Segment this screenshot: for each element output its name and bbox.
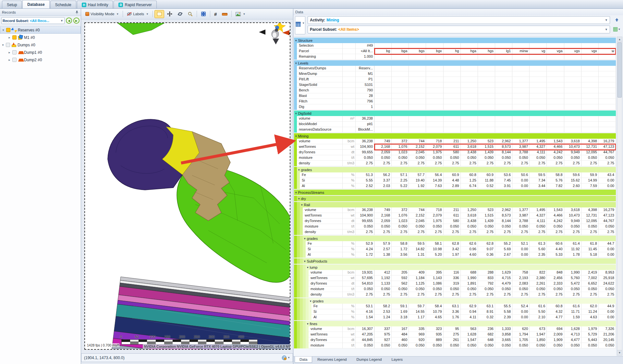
grid-row[interactable]: moisturet/t0.0500.0500.0500.0500.0500.05… [294, 343, 616, 348]
grid-row[interactable]: dryTonnesdt99,6552,0591,0232,0451,975580… [294, 150, 616, 155]
grid-section-header[interactable]: ▾dry [294, 196, 616, 201]
grid-row[interactable]: Al%1.541.243.181.174.651.764.110.322.390… [294, 315, 616, 320]
viewport-3d[interactable]: x 050100150200250300350400 1428 fps | 0.… [84, 22, 290, 350]
grid-row[interactable]: moisturet/t0.0500.0500.0500.0500.0500.05… [294, 224, 616, 229]
collapse-icon[interactable]: ▾ [295, 62, 297, 65]
section-header-bar[interactable]: ▾SubProducts [303, 258, 616, 264]
grid-row[interactable]: Si%4.162.531.6914.5510.793.360.948.915.5… [294, 309, 616, 315]
grid-row[interactable]: volumem³36,238 [294, 116, 616, 122]
pan-tool[interactable] [165, 10, 175, 18]
grid-section-header[interactable]: ▾grades [294, 298, 616, 304]
next-record-button[interactable]: ▶ [73, 18, 79, 24]
visibility-mode-button[interactable]: Visibility Mode ▼ [83, 10, 121, 18]
grid-row[interactable]: volumebcm16,307337167335323955632361,333… [294, 326, 616, 332]
tab-database[interactable]: Database [22, 0, 49, 8]
globe-icon[interactable] [282, 355, 287, 360]
tab-data[interactable]: Data [295, 357, 312, 363]
grid-row[interactable]: Fe%53.158.259.159.758.463.162.963.155.55… [294, 304, 616, 309]
grid-row[interactable]: volumebcm36,2387493727447182111,2505232,… [294, 139, 616, 144]
grid-row[interactable]: Al%1.721.383.561.315.201.974.600.362.670… [294, 252, 616, 258]
pin-icon[interactable] [75, 10, 79, 14]
expander-icon[interactable]: ▸ [8, 36, 11, 39]
tab-schedule[interactable]: Schedule [50, 1, 76, 8]
tab-layers[interactable]: Layers [387, 357, 407, 362]
grid-row[interactable]: dryTonnesdt54,8101,1335621,1251,0863191,… [294, 281, 616, 287]
grid-row[interactable]: Fe%51.356.257.157.756.460.960.860.953.65… [294, 172, 616, 178]
select-rectangle-tool[interactable] [154, 10, 164, 18]
parcel-subset-dropdown[interactable]: Parcel Subset: <All Items> ▼ [308, 26, 610, 33]
scrollbar-thumb[interactable] [617, 42, 622, 98]
grid-row[interactable]: wetTonneswt57,6951,1925921,1841,1433361,… [294, 276, 616, 281]
section-header-bar[interactable]: ▾grades [309, 298, 616, 304]
grid-section-header[interactable]: ▾fines [294, 321, 616, 326]
collapse-icon[interactable]: ▾ [304, 237, 306, 240]
collapse-icon[interactable]: ▾ [295, 135, 297, 138]
grid-row[interactable]: densityt/m32.752.752.752.752.752.752.752… [294, 229, 616, 235]
grid-row[interactable]: volumebcm36,2387493727447182111,2505232,… [294, 207, 616, 213]
grid-row[interactable]: wetTonneswt47,2059754849699352751,628682… [294, 332, 616, 337]
section-header-bar[interactable]: ▾Structure [294, 38, 616, 43]
section-header-bar[interactable]: ▾grades [303, 236, 616, 241]
grid-section-header[interactable]: ▾lump [294, 264, 616, 270]
collapse-icon[interactable]: ▾ [301, 203, 303, 206]
scroll-down-button[interactable]: ▼ [617, 350, 622, 355]
grid-toggle-button[interactable]: # [212, 10, 219, 18]
section-header-bar[interactable]: ▾grades [297, 167, 616, 172]
expander-icon[interactable]: ▾ [1, 43, 5, 47]
section-header-bar[interactable]: ▾fines [306, 321, 616, 326]
grid-row[interactable]: Si%5.553.372.2519.4014.394.481.2511.887.… [294, 178, 616, 183]
expander-icon[interactable]: ▾ [2, 28, 5, 32]
tab-dumps-legend[interactable]: Dumps Legend [352, 357, 386, 362]
grid-row[interactable]: Blast28 [294, 93, 616, 99]
section-header-bar[interactable]: ▾dry [297, 196, 616, 201]
measure-button[interactable] [220, 10, 230, 18]
collapse-icon[interactable]: ▾ [310, 299, 312, 303]
grid-section-header[interactable]: ▾ProcessStreams [294, 190, 616, 195]
prev-record-button[interactable]: ◀ [66, 18, 72, 24]
section-header-bar[interactable]: ▾Rail [300, 202, 616, 207]
grid-row[interactable]: moisturet/t0.0500.0500.0500.0500.0500.05… [294, 155, 616, 161]
checkbox-unchecked[interactable] [6, 43, 10, 47]
checkbox-unchecked[interactable] [12, 58, 17, 62]
collapse-icon[interactable]: ▾ [295, 191, 297, 194]
grid-section-header[interactable]: ▾grades [294, 167, 616, 172]
collapse-icon[interactable]: ▾ [295, 112, 297, 115]
export-button[interactable]: ▼ [612, 26, 622, 32]
grid-row[interactable]: Dig1 [294, 104, 616, 110]
grid-row[interactable]: dryTonnesdt99,6552,0591,0232,0451,975580… [294, 218, 616, 224]
grid-row[interactable]: Si%4.242.571.7214.8210.983.420.969.075.6… [294, 247, 616, 252]
section-header-bar[interactable]: ▾DigSolid [294, 111, 616, 116]
grid-row[interactable]: Mine/DumpM1 [294, 71, 616, 77]
grid-section-header[interactable]: ▾SubProducts [294, 258, 616, 264]
tree-item-dump1[interactable]: ▸ Dump1 #0 [0, 49, 81, 56]
section-header-bar[interactable]: ▾ProcessStreams [294, 190, 616, 195]
zoom-fit-button[interactable] [199, 10, 208, 18]
scroll-up-button[interactable]: ▲ [617, 37, 622, 42]
grid-row[interactable]: Parcel<All It...bgbgabgsbgxhghgahgslg1mi… [294, 49, 616, 54]
screenshot-button[interactable]: ▼ [233, 10, 248, 18]
grid-row[interactable]: Fe%52.957.958.859.558.162.862.662.855.25… [294, 241, 616, 247]
tab-haul-infinity[interactable]: H Haul Infinity [77, 1, 113, 8]
grid-row[interactable]: Pit/LiftP1 [294, 77, 616, 82]
labels-button[interactable]: Labels ▼ [125, 10, 151, 18]
grid-row[interactable]: Reserves/DumpsReserv... [294, 66, 616, 71]
record-subset-dropdown[interactable]: Record Subset: <All Reco... ▼ [1, 17, 65, 24]
grid-row[interactable]: Remaining1.000 [294, 54, 616, 60]
collapse-icon[interactable]: ▾ [298, 197, 300, 200]
collapse-panel-button[interactable] [613, 17, 620, 23]
grid-row[interactable]: wetTonneswt104,9002,1681,0762,1522,07961… [294, 144, 616, 150]
grid-row[interactable]: densityt/m32.752.752.752.752.752.752.752… [294, 161, 616, 166]
checkbox-checked[interactable] [6, 28, 10, 32]
checkbox-unchecked[interactable] [12, 50, 17, 54]
orbit-tool[interactable] [175, 10, 185, 18]
collapse-icon[interactable]: ▾ [304, 260, 306, 263]
grid-row[interactable]: Al%2.522.035.221.927.632.896.740.523.910… [294, 183, 616, 189]
grid-row[interactable]: Selection#49 [294, 43, 616, 49]
grid-row[interactable]: Bench790 [294, 88, 616, 93]
section-header-bar[interactable]: ▾Mining [294, 133, 616, 139]
grid-row[interactable]: Stage/SolidS101 [294, 82, 616, 88]
grid-row[interactable]: dryTonnesdt44,8459274609208892611,547648… [294, 337, 616, 343]
expander-icon[interactable]: ▸ [8, 51, 11, 54]
grid-row[interactable]: Flitch796 [294, 99, 616, 104]
grid-row[interactable]: moisturet/t0.0500.0500.0500.0500.0500.05… [294, 287, 616, 292]
